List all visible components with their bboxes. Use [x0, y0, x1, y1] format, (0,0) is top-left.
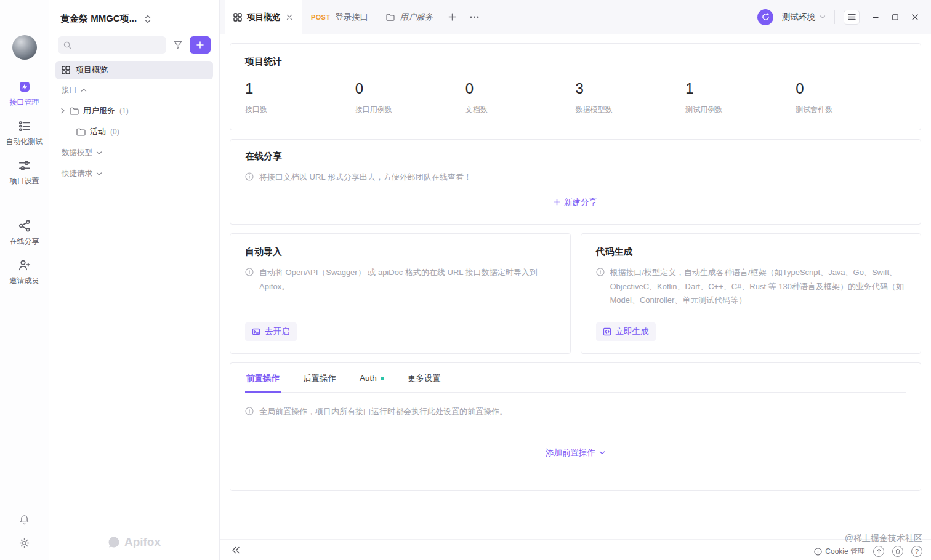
new-tab-button[interactable] [441, 0, 463, 34]
info-icon [245, 268, 254, 294]
new-share-button[interactable]: 新建分享 [554, 197, 597, 208]
operations-description: 全局前置操作，项目内所有接口运行时都会执行此处设置的前置操作。 [245, 405, 906, 419]
folder-count: (0) [110, 127, 119, 136]
share-description: 将接口文档以 URL 形式分享出去，方便外部团队在线查看！ [245, 170, 906, 185]
tab-login-api[interactable]: POST 登录接口 [302, 0, 377, 34]
user-avatar[interactable] [12, 35, 37, 60]
tab-post-operations[interactable]: 后置操作 [302, 363, 337, 392]
info-icon [245, 407, 254, 419]
settings-gear-icon[interactable] [17, 536, 31, 550]
operations-action-row: 添加前置操作 [245, 447, 906, 458]
sidebar-item-project-overview[interactable]: 项目概览 [55, 61, 213, 79]
stat-value: 0 [355, 80, 465, 97]
tab-label: Auth [360, 374, 377, 383]
notifications-bell-icon[interactable] [17, 513, 31, 527]
sync-refresh-icon[interactable] [757, 9, 773, 25]
card-title: 在线分享 [245, 151, 906, 162]
rail-item-project-settings[interactable]: 项目设置 [4, 153, 46, 193]
grid-icon [233, 13, 242, 22]
environment-selector[interactable]: 测试环境 [782, 12, 826, 23]
rail-item-online-share[interactable]: 在线分享 [4, 214, 46, 253]
stat-label: 接口用例数 [355, 105, 465, 115]
stat-value: 1 [245, 80, 355, 97]
project-title: 黄金祭 MMGC项... [60, 13, 137, 25]
rail-item-api-management[interactable]: 接口管理 [4, 74, 46, 114]
stat-label: 测试用例数 [685, 105, 796, 115]
hamburger-menu-icon[interactable] [844, 10, 860, 25]
search-input[interactable] [58, 36, 166, 54]
folder-count: (1) [119, 106, 129, 115]
stat-value: 0 [796, 80, 906, 97]
rail-item-label: 在线分享 [10, 236, 39, 247]
chevron-down-icon [96, 151, 102, 155]
stat-value: 3 [575, 80, 685, 97]
tab-label: 用户服务 [400, 12, 433, 23]
section-label: 接口 [62, 85, 77, 95]
generate-now-button[interactable]: 立即生成 [596, 322, 656, 341]
add-button[interactable] [190, 36, 211, 54]
button-label: 添加前置操作 [546, 447, 595, 458]
tab-close-icon[interactable] [285, 13, 294, 22]
clear-cache-trash-icon[interactable] [892, 546, 903, 557]
rail-item-label: 接口管理 [10, 97, 39, 108]
tabbar-right: 测试环境 [757, 0, 931, 34]
apifox-logo-text: Apifox [124, 535, 161, 549]
add-pre-operation-button[interactable]: 添加前置操作 [546, 447, 605, 458]
tab-pre-operations[interactable]: 前置操作 [245, 363, 281, 392]
corner-overlay: @稀土掘金技术社区 Cookie 管理 ? [814, 533, 922, 557]
chevron-up-icon [81, 88, 87, 92]
enable-import-button[interactable]: 去开启 [245, 322, 297, 341]
folder-icon [70, 107, 79, 115]
info-icon [596, 268, 605, 308]
info-icon [245, 172, 254, 185]
expand-arrow-icon[interactable] [60, 108, 65, 114]
collapse-sidebar-icon[interactable] [230, 545, 242, 556]
stat-test-suite-count: 0 测试套件数 [796, 80, 906, 115]
sidebar-section-api[interactable]: 接口 [49, 79, 219, 100]
rail-item-automated-testing[interactable]: 自动化测试 [4, 114, 46, 153]
rail-item-label: 自动化测试 [6, 137, 43, 147]
project-stats-card: 项目统计 1 接口数 0 接口用例数 0 文档数 3 [230, 43, 921, 130]
sidebar-section-quick-requests[interactable]: 快捷请求 [49, 163, 219, 184]
feedback-icon[interactable] [873, 546, 884, 557]
stat-test-case-count: 1 测试用例数 [685, 80, 796, 115]
stat-label: 数据模型数 [575, 105, 685, 115]
card-title: 自动导入 [245, 246, 555, 258]
sidebar-section-data-models[interactable]: 数据模型 [49, 142, 219, 163]
rail-bottom [17, 513, 31, 550]
tab-more-settings[interactable]: 更多设置 [406, 363, 442, 392]
description-text: 将接口文档以 URL 形式分享出去，方便外部团队在线查看！ [259, 170, 472, 185]
chevron-down-icon [820, 15, 826, 19]
folder-row-user-service[interactable]: 用户服务 (1) [49, 100, 219, 121]
stat-label: 接口数 [245, 105, 355, 115]
sidebar-search-row [49, 33, 219, 61]
minimize-icon[interactable] [868, 11, 883, 23]
tab-auth[interactable]: Auth [358, 363, 385, 392]
sidebar: 黄金祭 MMGC项... 项目概览 接口 [49, 0, 220, 560]
filter-icon[interactable] [172, 39, 183, 50]
stat-api-case-count: 0 接口用例数 [355, 80, 465, 115]
close-icon[interactable] [908, 11, 922, 23]
project-settings-icon [18, 159, 31, 172]
search-icon [63, 41, 71, 49]
folder-row-activity[interactable]: 活动 (0) [49, 121, 219, 142]
more-tabs-icon[interactable] [463, 0, 486, 34]
tab-label: 项目概览 [247, 12, 280, 23]
rail-item-invite-members[interactable]: 邀请成员 [4, 253, 46, 292]
tab-user-service-folder[interactable]: 用户服务 [377, 0, 441, 34]
online-share-card: 在线分享 将接口文档以 URL 形式分享出去，方便外部团队在线查看！ 新建分享 [230, 139, 921, 225]
tab-project-overview[interactable]: 项目概览 [225, 0, 302, 34]
folder-name: 活动 [90, 126, 106, 137]
feature-cards-row: 自动导入 自动将 OpenAPI（Swagger） 或 apiDoc 格式的在线… [230, 233, 921, 362]
stat-value: 0 [465, 80, 576, 97]
maximize-icon[interactable] [888, 11, 903, 23]
help-icon[interactable]: ? [911, 546, 922, 557]
cookie-manage-button[interactable]: Cookie 管理 [814, 546, 865, 557]
codegen-action-row: 立即生成 [596, 322, 656, 341]
section-label: 数据模型 [62, 148, 92, 158]
project-switcher[interactable]: 黄金祭 MMGC项... [49, 0, 219, 33]
left-rail: 接口管理 自动化测试 项目设置 在线分享 邀请成员 [0, 0, 49, 560]
description-text: 全局前置操作，项目内所有接口运行时都会执行此处设置的前置操作。 [259, 405, 507, 419]
tab-label: 登录接口 [335, 12, 368, 23]
cookie-row: Cookie 管理 ? [814, 546, 922, 557]
